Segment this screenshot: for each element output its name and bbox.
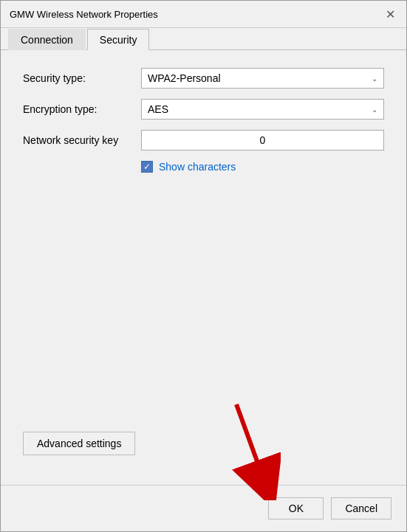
show-characters-label: Show characters <box>159 161 236 173</box>
security-type-dropdown[interactable]: WPA2-Personal ⌄ <box>141 68 384 89</box>
content-area: Security type: WPA2-Personal ⌄ Encryptio… <box>1 50 406 485</box>
window-title: GMW Wireless Network Properties <box>10 9 158 20</box>
show-characters-row: ✓ Show characters <box>141 161 384 173</box>
security-type-value: WPA2-Personal <box>148 72 221 84</box>
show-characters-checkbox-wrapper[interactable]: ✓ Show characters <box>141 161 236 173</box>
tab-connection-label: Connection <box>21 34 73 46</box>
tab-connection[interactable]: Connection <box>8 29 86 50</box>
chevron-down-icon: ⌄ <box>372 75 377 83</box>
cancel-button[interactable]: Cancel <box>331 497 391 519</box>
bottom-buttons: OK Cancel <box>268 497 391 519</box>
network-key-input[interactable] <box>141 130 384 151</box>
spacer <box>23 187 384 432</box>
ok-button[interactable]: OK <box>268 497 324 519</box>
security-type-label: Security type: <box>23 72 141 84</box>
close-button[interactable]: ✕ <box>383 7 397 21</box>
bottom-section: OK Cancel <box>1 485 406 531</box>
chevron-down-icon-2: ⌄ <box>372 106 377 114</box>
window: GMW Wireless Network Properties ✕ Connec… <box>0 0 407 532</box>
checkmark-icon: ✓ <box>143 162 151 171</box>
tab-security-label: Security <box>100 34 137 46</box>
security-type-control: WPA2-Personal ⌄ <box>141 68 384 89</box>
encryption-type-dropdown[interactable]: AES ⌄ <box>141 99 384 120</box>
encryption-type-value: AES <box>148 103 168 115</box>
network-key-label: Network security key <box>23 134 141 146</box>
network-key-control <box>141 130 384 151</box>
advanced-settings-container: Advanced settings <box>23 432 384 455</box>
show-characters-checkbox[interactable]: ✓ <box>141 161 153 173</box>
network-key-row: Network security key <box>23 130 384 151</box>
encryption-type-label: Encryption type: <box>23 103 141 115</box>
security-type-row: Security type: WPA2-Personal ⌄ <box>23 68 384 89</box>
title-bar: GMW Wireless Network Properties ✕ <box>1 1 406 28</box>
tab-security[interactable]: Security <box>87 29 150 50</box>
tab-bar: Connection Security <box>1 28 406 50</box>
encryption-type-row: Encryption type: AES ⌄ <box>23 99 384 120</box>
encryption-type-control: AES ⌄ <box>141 99 384 120</box>
advanced-settings-button[interactable]: Advanced settings <box>23 432 135 455</box>
